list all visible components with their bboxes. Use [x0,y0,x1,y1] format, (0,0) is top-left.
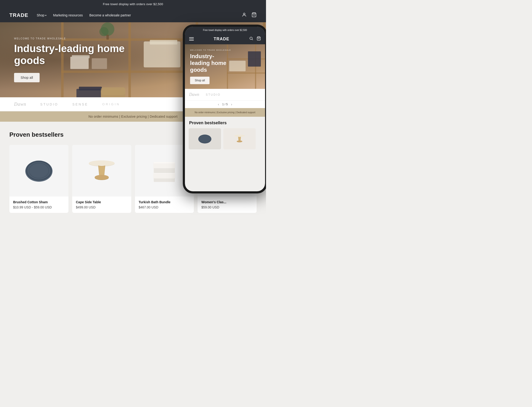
nav-marketing[interactable]: Marketing resources [53,13,83,17]
product-name-0: Brushed Cotton Sham [13,200,65,204]
brand-dawn[interactable]: Dawn [14,102,26,107]
value-bar: No order minimums | Exclusive pricing | … [0,111,266,122]
announcement-bar: Free towel display with orders over $2,5… [0,0,266,8]
product-name-3: Women's Clas... [201,200,253,204]
logo[interactable]: TRADE [9,12,28,18]
hero-section: WELCOME TO TRADE WHOLESALE Industry-lead… [0,22,266,97]
header-right [242,12,257,18]
product-name-2: Turkish Bath Bundle [139,200,190,204]
product-price-2: $467.00 USD [139,205,190,209]
bestsellers-section: Proven bestsellers Brushed Cotton Sham [0,122,266,225]
cart-icon[interactable] [251,12,257,18]
hero-content: WELCOME TO TRADE WHOLESALE Industry-lead… [0,37,141,82]
product-card-0[interactable]: Brushed Cotton Sham $10.99 USD - $59.00 … [9,145,69,213]
brand-strip: Dawn STUDIO SENSE ORIGIN [0,97,266,111]
brand-sense[interactable]: SENSE [72,102,88,106]
svg-rect-46 [233,161,237,170]
hero-eyebrow: WELCOME TO TRADE WHOLESALE [14,37,127,40]
page-wrapper: Free towel display with orders over $2,5… [0,0,266,225]
product-card-2[interactable]: Turkish Bath Bundle $467.00 USD [135,145,194,213]
svg-point-31 [89,160,115,166]
value-bar-text: No order minimums | Exclusive pricing | … [89,115,178,118]
svg-rect-45 [218,161,221,170]
svg-point-0 [243,13,245,15]
nav-wholesale[interactable]: Become a wholesale partner [89,13,131,17]
nav-shop[interactable]: Shop ▾ [37,13,47,17]
product-image-3 [198,145,257,196]
account-icon[interactable] [242,12,247,18]
product-price-0: $10.99 USD - $59.00 USD [13,205,65,209]
main-nav: Shop ▾ Marketing resources Become a whol… [37,13,131,17]
svg-rect-42 [220,160,234,177]
products-grid: Brushed Cotton Sham $10.99 USD - $59.00 … [9,145,257,213]
product-image-0 [9,145,69,196]
nav-marketing-label: Marketing resources [53,13,83,17]
svg-point-27 [28,162,50,179]
product-price-3: $59.00 USD [201,205,253,209]
product-name-1: Cape Side Table [76,200,128,204]
product-info-2: Turkish Bath Bundle $467.00 USD [135,196,194,213]
product-image-1 [72,145,131,196]
brand-studio[interactable]: STUDIO [40,102,58,106]
nav-wholesale-label: Become a wholesale partner [89,13,131,17]
product-image-2 [135,145,194,196]
product-info-3: Women's Clas... $59.00 USD [198,196,257,213]
brand-origin[interactable]: ORIGIN [102,102,120,106]
hero-shop-all-button[interactable]: Shop all [14,73,40,82]
product-info-1: Cape Side Table $499.00 USD [72,196,131,213]
nav-shop-label: Shop [37,13,45,17]
shop-chevron-icon: ▾ [45,14,46,17]
hero-title: Industry-leading home goods [14,43,127,66]
header-left: TRADE Shop ▾ Marketing resources Become … [9,12,131,18]
bestsellers-title: Proven bestsellers [9,131,257,138]
product-card-3[interactable]: Women's Clas... $59.00 USD [198,145,257,213]
product-card-1[interactable]: Cape Side Table $499.00 USD [72,145,131,213]
svg-point-33 [95,175,109,180]
product-info-0: Brushed Cotton Sham $10.99 USD - $59.00 … [9,196,69,213]
announcement-text: Free towel display with orders over $2,5… [103,2,163,6]
product-price-1: $499.00 USD [76,205,128,209]
header: TRADE Shop ▾ Marketing resources Become … [0,8,266,22]
svg-rect-41 [154,162,175,164]
